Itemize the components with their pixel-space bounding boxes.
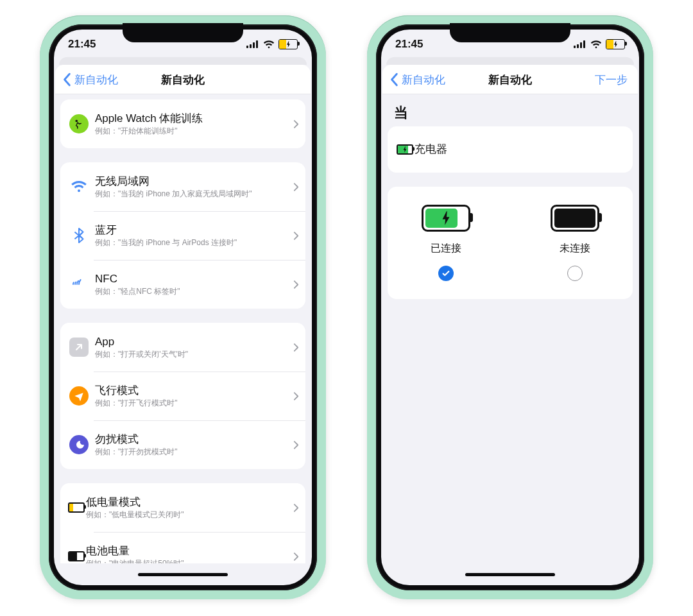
row-title: 蓝牙 bbox=[95, 223, 291, 237]
stage: 21:45 新自动化 bbox=[0, 0, 693, 615]
triggers-list[interactable]: Apple Watch 体能训练 例如："开始体能训练时" 无线局域网 bbox=[54, 94, 312, 563]
row-battery-level[interactable]: 电池电量 例如："电池电量超过50%时" bbox=[60, 532, 305, 563]
chevron-left-icon bbox=[62, 73, 73, 87]
row-title: Apple Watch 体能训练 bbox=[95, 112, 291, 125]
battery-full-icon bbox=[551, 205, 599, 232]
row-sub: 例如："当我的 iPhone 加入家庭无线局域网时" bbox=[95, 189, 291, 199]
low-power-icon bbox=[67, 498, 86, 517]
battery-level-icon bbox=[67, 547, 86, 563]
chevron-right-icon bbox=[293, 231, 299, 241]
option-connected[interactable]: 已连接 bbox=[394, 205, 497, 281]
row-sub: 例如："当我的 iPhone 与 AirPods 连接时" bbox=[95, 237, 291, 248]
notch bbox=[123, 23, 243, 42]
row-sub: 例如："打开或关闭'天气'时" bbox=[95, 349, 291, 359]
row-dnd[interactable]: 勿扰模式 例如："打开勿扰模式时" bbox=[60, 420, 305, 469]
option-disconnected[interactable]: 未连接 bbox=[523, 205, 626, 281]
chevron-right-icon bbox=[293, 280, 299, 289]
svg-rect-8 bbox=[583, 40, 585, 48]
chevron-right-icon bbox=[293, 552, 299, 561]
selected-trigger-label: 充电器 bbox=[415, 142, 447, 156]
nfc-icon bbox=[69, 275, 89, 294]
svg-rect-3 bbox=[256, 40, 258, 48]
phone-left: 21:45 新自动化 bbox=[40, 15, 326, 599]
next-button[interactable]: 下一步 bbox=[595, 73, 631, 87]
group: 无线局域网 例如："当我的 iPhone 加入家庭无线局域网时" 蓝牙 例如："… bbox=[60, 162, 305, 309]
row-sub: 例如："打开飞行模式时" bbox=[95, 398, 291, 408]
bluetooth-icon bbox=[69, 226, 89, 245]
row-wifi[interactable]: 无线局域网 例如："当我的 iPhone 加入家庭无线局域网时" bbox=[60, 162, 305, 211]
row-title: App bbox=[95, 335, 291, 348]
chevron-right-icon bbox=[293, 343, 299, 352]
row-nfc[interactable]: NFC 例如："轻点NFC 标签时" bbox=[60, 260, 305, 309]
svg-rect-5 bbox=[574, 46, 576, 48]
chevron-right-icon bbox=[293, 391, 299, 401]
row-title: 无线局域网 bbox=[95, 175, 291, 188]
option-label: 未连接 bbox=[560, 242, 590, 255]
notch bbox=[450, 23, 570, 42]
status-time: 21:45 bbox=[395, 38, 423, 51]
workout-icon bbox=[69, 114, 89, 133]
chevron-left-icon bbox=[389, 73, 400, 87]
back-label: 新自动化 bbox=[74, 73, 118, 87]
row-title: 电池电量 bbox=[86, 544, 291, 558]
chevron-right-icon bbox=[293, 440, 299, 450]
row-apple-watch-workout[interactable]: Apple Watch 体能训练 例如："开始体能训练时" bbox=[60, 99, 305, 148]
row-title: 勿扰模式 bbox=[95, 432, 291, 446]
row-airplane[interactable]: 飞行模式 例如："打开飞行模式时" bbox=[60, 372, 305, 420]
cellular-icon bbox=[246, 40, 259, 48]
chevron-right-icon bbox=[293, 182, 299, 192]
battery-charging-icon bbox=[422, 205, 470, 232]
home-indicator[interactable] bbox=[381, 563, 639, 585]
page-title: 新自动化 bbox=[161, 73, 205, 87]
row-sub: 例如："打开勿扰模式时" bbox=[95, 447, 291, 457]
radio-unchecked-icon[interactable] bbox=[567, 266, 583, 281]
screen-right: 21:45 新自动化 bbox=[381, 30, 639, 585]
modal-back-card bbox=[59, 57, 307, 65]
row-title: 低电量模式 bbox=[86, 495, 291, 509]
wifi-icon bbox=[263, 40, 275, 49]
chevron-right-icon bbox=[293, 503, 299, 513]
page-title: 新自动化 bbox=[488, 73, 532, 87]
status-icons bbox=[574, 39, 625, 49]
radio-checked-icon[interactable] bbox=[438, 266, 454, 281]
battery-status-icon bbox=[606, 39, 625, 49]
row-sub: 例如："开始体能训练时" bbox=[95, 126, 291, 136]
row-sub: 例如："低电量模式已关闭时" bbox=[86, 509, 291, 520]
screen-left: 21:45 新自动化 bbox=[54, 30, 312, 585]
phone-right: 21:45 新自动化 bbox=[367, 15, 653, 599]
row-sub: 例如："轻点NFC 标签时" bbox=[95, 286, 291, 296]
svg-rect-2 bbox=[253, 42, 255, 48]
row-title: 飞行模式 bbox=[95, 384, 291, 397]
cellular-icon bbox=[574, 40, 586, 48]
status-icons bbox=[246, 39, 298, 49]
row-title: NFC bbox=[95, 272, 291, 286]
group: 低电量模式 例如："低电量模式已关闭时" 电池电量 例如："电池电量超过50%时… bbox=[60, 483, 305, 563]
group: Apple Watch 体能训练 例如："开始体能训练时" bbox=[60, 99, 305, 148]
option-label: 已连接 bbox=[431, 242, 461, 255]
back-label: 新自动化 bbox=[402, 73, 445, 87]
nav-bar: 新自动化 新自动化 下一步 bbox=[382, 65, 638, 94]
row-low-power[interactable]: 低电量模式 例如："低电量模式已关闭时" bbox=[60, 483, 305, 532]
row-bluetooth[interactable]: 蓝牙 例如："当我的 iPhone 与 AirPods 连接时" bbox=[60, 211, 305, 260]
wifi-icon bbox=[590, 40, 602, 49]
battery-status-icon bbox=[278, 39, 298, 49]
dnd-icon bbox=[69, 435, 89, 454]
row-sub: 例如："电池电量超过50%时" bbox=[86, 558, 291, 563]
group: 充电器 bbox=[388, 126, 633, 173]
charger-config: 当 充电器 bbox=[381, 94, 639, 563]
group: App 例如："打开或关闭'天气'时" 飞行模式 例如："打开飞行模式时" bbox=[60, 323, 305, 469]
back-button[interactable]: 新自动化 bbox=[389, 73, 488, 87]
back-button[interactable]: 新自动化 bbox=[62, 73, 161, 87]
airplane-icon bbox=[69, 386, 89, 406]
charger-icon bbox=[395, 140, 415, 159]
section-header: 当 bbox=[388, 99, 633, 126]
svg-rect-7 bbox=[580, 42, 582, 48]
row-app[interactable]: App 例如："打开或关闭'天气'时" bbox=[60, 323, 305, 372]
status-time: 21:45 bbox=[68, 38, 96, 51]
modal-back-card bbox=[386, 57, 634, 65]
app-icon bbox=[69, 338, 89, 357]
svg-rect-6 bbox=[577, 44, 579, 48]
home-indicator[interactable] bbox=[54, 563, 312, 585]
chevron-right-icon bbox=[293, 119, 299, 129]
svg-point-4 bbox=[75, 120, 78, 123]
